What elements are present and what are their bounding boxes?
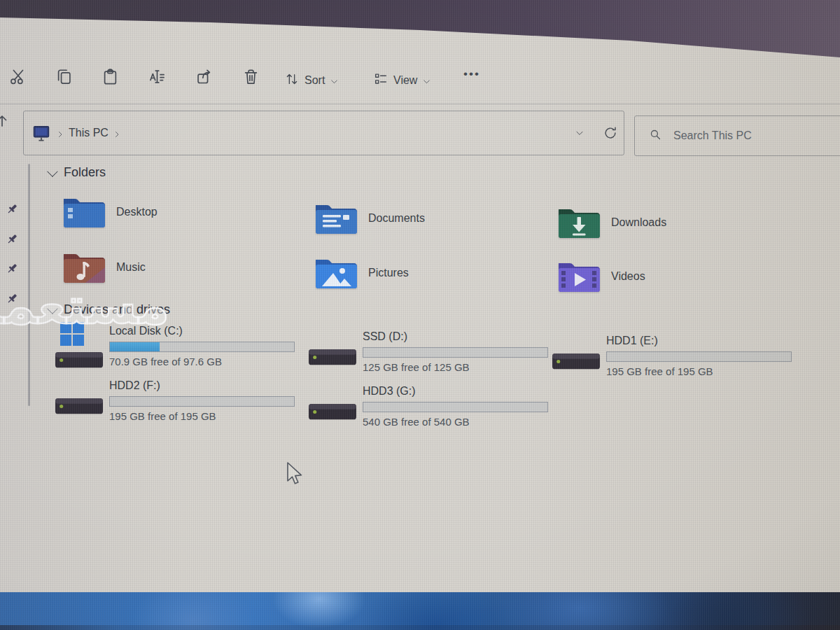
pin-icon [6,233,18,245]
drive-free-space: 70.9 GB free of 97.6 GB [109,356,222,368]
capacity-bar-fill [110,342,160,351]
chevron-right-icon [56,129,64,137]
drive-free-space: 125 GB free of 125 GB [363,361,470,373]
folder-item-pictures[interactable]: Pictures [314,254,409,292]
chevron-down-icon [47,166,58,177]
pin-icon [6,203,18,215]
drive-name: HDD1 (E:) [606,335,658,347]
drive-free-space: 195 GB free of 195 GB [606,365,713,377]
folder-label: Documents [368,212,425,225]
folder-item-documents[interactable]: Documents [314,200,425,237]
drive-item-c[interactable]: Local Disk (C:) 70.9 GB free of 97.6 GB [55,323,300,374]
capacity-bar [363,347,548,358]
more-options-button[interactable]: ••• [463,67,480,81]
delete-icon [241,67,260,89]
drive-name: Local Disk (C:) [109,325,183,337]
hard-drive-icon [55,350,104,370]
folder-label: Downloads [611,216,666,229]
drive-name: HDD2 (F:) [109,379,160,392]
drive-free-space: 540 GB free of 540 GB [363,416,470,428]
windows-logo-icon [60,322,84,346]
paste-button[interactable] [95,63,125,92]
capacity-bar [109,396,295,407]
drive-item-f[interactable]: HDD2 (F:) 195 GB free of 195 GB [55,378,300,428]
drive-free-space: 195 GB free of 195 GB [109,410,216,422]
chevron-right-icon [113,129,121,137]
hard-drive-icon [308,402,357,421]
hard-drive-icon [308,347,357,367]
up-navigation-icon[interactable] [0,112,10,130]
view-label: View [393,74,417,87]
folder-item-desktop[interactable]: Desktop [62,193,158,231]
pictures-folder-icon [314,255,358,291]
folders-section-title: Folders [64,165,106,180]
folder-item-music[interactable]: Music [62,248,146,286]
downloads-folder-icon [556,204,601,241]
search-box[interactable] [634,115,840,156]
toolbar-divider [0,104,840,104]
rename-icon [148,67,167,89]
share-icon [195,67,214,89]
capacity-bar [109,342,295,352]
desktop-folder-icon [62,194,106,230]
folder-label: Pictures [368,267,409,279]
cut-button[interactable] [3,63,32,92]
hard-drive-icon [552,351,601,371]
sort-arrows-icon [284,71,300,90]
folder-label: Music [116,261,146,274]
refresh-icon[interactable] [603,125,618,141]
chevron-down-icon [422,76,431,85]
folder-label: Desktop [116,206,158,218]
folder-item-videos[interactable]: Videos [556,258,645,295]
chevron-down-icon [330,76,339,85]
breadcrumb-this-pc[interactable]: This PC [69,127,108,139]
screen-bottom-edge [0,625,840,630]
rename-button[interactable] [142,63,172,92]
hard-drive-icon [55,396,104,416]
capacity-bar [606,351,792,362]
drive-item-g[interactable]: HDD3 (G:) 540 GB free of 540 GB [308,384,553,434]
delete-button[interactable] [236,63,265,92]
drive-name: HDD3 (G:) [363,385,416,398]
desktop-wallpaper [0,592,840,630]
view-grid-icon [373,71,388,90]
paste-icon [101,67,120,89]
search-icon [649,128,662,144]
music-folder-icon [62,249,106,286]
search-input[interactable] [672,129,815,143]
drive-name: SSD (D:) [363,330,407,343]
sort-button[interactable]: Sort [284,69,339,92]
address-bar[interactable]: This PC [23,111,624,155]
folder-item-downloads[interactable]: Downloads [556,204,666,241]
chevron-down-icon [47,303,58,314]
drive-item-e[interactable]: HDD1 (E:) 195 GB free of 195 GB [552,333,797,384]
drives-section-header[interactable]: Devices and drives [48,302,170,317]
mouse-cursor [286,462,304,487]
capacity-bar [363,402,548,412]
folder-label: Videos [611,270,645,283]
cut-icon [8,67,27,89]
address-dropdown-chevron-icon[interactable] [575,128,584,138]
view-button[interactable]: View [373,69,431,92]
this-pc-monitor-icon [31,124,52,142]
videos-folder-icon [556,258,601,295]
nav-pane-scrollbar[interactable] [28,164,30,406]
pin-icon [6,262,18,274]
drives-section-title: Devices and drives [64,302,170,317]
file-explorer-window: Sort View ••• This PC Folders [0,0,840,630]
sort-label: Sort [304,74,325,87]
share-button[interactable] [189,63,218,92]
drive-item-d[interactable]: SSD (D:) 125 GB free of 125 GB [308,329,553,379]
folders-section-header[interactable]: Folders [48,165,106,180]
copy-button[interactable] [49,63,78,92]
documents-folder-icon [314,200,358,237]
copy-icon [55,67,74,89]
pin-icon [6,293,18,304]
